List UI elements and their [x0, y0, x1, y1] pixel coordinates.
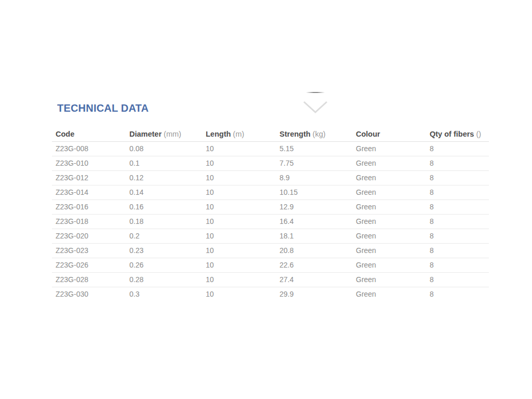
table-cell: 16.4 — [276, 214, 352, 229]
table-cell: 8 — [426, 272, 489, 287]
table-cell: 0.26 — [126, 258, 202, 272]
table-cell: Green — [352, 185, 426, 200]
table-cell: 10 — [202, 185, 276, 200]
table-cell: 8 — [426, 287, 489, 301]
table-cell: 10 — [202, 200, 276, 214]
table-cell: Z23G-018 — [52, 214, 126, 229]
table-cell: 10 — [202, 272, 276, 287]
table-row: Z23G-0200.21018.1Green8 — [52, 229, 489, 243]
chevron-down-icon — [303, 101, 328, 114]
table-cell: Z23G-012 — [52, 170, 126, 185]
table-row: Z23G-0160.161012.9Green8 — [52, 200, 489, 214]
column-label: Length — [206, 130, 231, 138]
column-header-strength: Strength(kg) — [276, 127, 352, 141]
column-label: Diameter — [129, 130, 162, 138]
table-body: Z23G-0080.08105.15Green8Z23G-0100.1107.7… — [52, 141, 489, 301]
table-cell: 8 — [426, 258, 489, 272]
table-cell: 8 — [426, 156, 489, 170]
table-row: Z23G-0260.261022.6Green8 — [52, 258, 489, 272]
column-unit: (m) — [233, 130, 244, 138]
table-cell: 7.75 — [276, 156, 352, 170]
column-unit: () — [476, 130, 481, 138]
table-cell: 12.9 — [276, 200, 352, 214]
table-cell: 8 — [426, 200, 489, 214]
table-cell: 8 — [426, 243, 489, 258]
column-label: Colour — [356, 130, 380, 138]
table-cell: 10 — [202, 243, 276, 258]
table-cell: 0.14 — [126, 185, 202, 200]
table-cell: 8 — [426, 229, 489, 243]
table-cell: 10 — [202, 214, 276, 229]
table-cell: Green — [352, 214, 426, 229]
column-label: Strength — [280, 130, 311, 138]
table-cell: Green — [352, 287, 426, 301]
table-cell: 8 — [426, 170, 489, 185]
table-row: Z23G-0300.31029.9Green8 — [52, 287, 489, 301]
table-row: Z23G-0280.281027.4Green8 — [52, 272, 489, 287]
table-cell: 10 — [202, 287, 276, 301]
table-cell: 0.12 — [126, 170, 202, 185]
table-cell: Z23G-026 — [52, 258, 126, 272]
table-cell: Z23G-030 — [52, 287, 126, 301]
table-row: Z23G-0140.141010.15Green8 — [52, 185, 489, 200]
column-header-code: Code — [52, 127, 126, 141]
table-row: Z23G-0100.1107.75Green8 — [52, 156, 489, 170]
table-cell: 0.18 — [126, 214, 202, 229]
table-header-row: Code Diameter(mm) Length(m) Strength(kg)… — [52, 127, 489, 141]
table-cell: 0.28 — [126, 272, 202, 287]
table-cell: 8 — [426, 141, 489, 156]
table-cell: Z23G-028 — [52, 272, 126, 287]
column-header-qty-of-fibers: Qty of fibers() — [426, 127, 489, 141]
table-cell: 8 — [426, 185, 489, 200]
table-cell: 10 — [202, 141, 276, 156]
section-collapse-toggle[interactable] — [303, 91, 328, 115]
table-cell: 0.08 — [126, 141, 202, 156]
table-cell: 0.2 — [126, 229, 202, 243]
column-header-diameter: Diameter(mm) — [126, 127, 202, 141]
table-cell: 5.15 — [276, 141, 352, 156]
table-cell: Z23G-014 — [52, 185, 126, 200]
table-cell: Green — [352, 141, 426, 156]
table-cell: 8.9 — [276, 170, 352, 185]
table-cell: Green — [352, 243, 426, 258]
column-unit: (mm) — [164, 130, 181, 138]
table-cell: Green — [352, 200, 426, 214]
table-cell: Green — [352, 258, 426, 272]
table-row: Z23G-0230.231020.8Green8 — [52, 243, 489, 258]
technical-data-table: Code Diameter(mm) Length(m) Strength(kg)… — [52, 127, 489, 301]
table-cell: 10 — [202, 170, 276, 185]
table-cell: 18.1 — [276, 229, 352, 243]
table-cell: 8 — [426, 214, 489, 229]
table-row: Z23G-0120.12108.9Green8 — [52, 170, 489, 185]
table-cell: Green — [352, 229, 426, 243]
table-cell: 27.4 — [276, 272, 352, 287]
table-cell: Green — [352, 156, 426, 170]
table-cell: 10.15 — [276, 185, 352, 200]
table-cell: Z23G-016 — [52, 200, 126, 214]
table-cell: 0.23 — [126, 243, 202, 258]
column-header-colour: Colour — [352, 127, 426, 141]
table-cell: Z23G-023 — [52, 243, 126, 258]
table-cell: Green — [352, 272, 426, 287]
table-cell: 22.6 — [276, 258, 352, 272]
table-cell: Z23G-020 — [52, 229, 126, 243]
section-title: TECHNICAL DATA — [57, 102, 149, 114]
table-row: Z23G-0080.08105.15Green8 — [52, 141, 489, 156]
table-row: Z23G-0180.181016.4Green8 — [52, 214, 489, 229]
collapse-divider-line — [306, 92, 325, 93]
column-label: Qty of fibers — [430, 130, 474, 138]
table-cell: 0.16 — [126, 200, 202, 214]
table-cell: 10 — [202, 229, 276, 243]
column-unit: (kg) — [313, 130, 326, 138]
table-cell: Z23G-010 — [52, 156, 126, 170]
table-cell: Z23G-008 — [52, 141, 126, 156]
page: TECHNICAL DATA Code Diameter(mm) Length(… — [0, 0, 532, 399]
table-cell: 29.9 — [276, 287, 352, 301]
table-cell: 10 — [202, 156, 276, 170]
table-cell: 20.8 — [276, 243, 352, 258]
table-header: Code Diameter(mm) Length(m) Strength(kg)… — [52, 127, 489, 141]
column-header-length: Length(m) — [202, 127, 276, 141]
table-cell: 0.1 — [126, 156, 202, 170]
table-cell: 10 — [202, 258, 276, 272]
table-cell: Green — [352, 170, 426, 185]
